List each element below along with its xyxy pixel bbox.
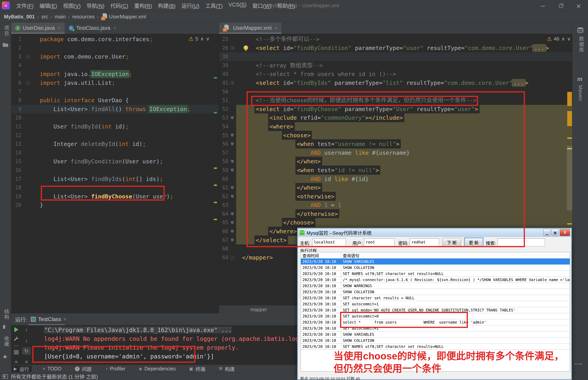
minimize-button[interactable] (539, 3, 547, 9)
tool-window-button-TODO[interactable]: ≡TODO (40, 365, 64, 372)
next-warning-icon[interactable]: ∨ (206, 36, 210, 42)
maximize-button[interactable] (556, 3, 565, 9)
line-number: 56 (219, 140, 228, 149)
right-editor-inspections-widget[interactable]: ⚠ 46 ∧ ∨ (547, 36, 571, 42)
menu-R[interactable]: 重构(R) (131, 0, 155, 11)
breadcrumb-item[interactable]: MyBatis_001 (4, 14, 35, 20)
Profiler-icon: ◔ (105, 366, 108, 371)
menu-N[interactable]: 导航(N) (84, 0, 108, 11)
restore-button[interactable]: ▣ (551, 229, 559, 236)
query-sql-cell: SHOW COLLATION (341, 266, 374, 270)
breadcrumb[interactable]: MyBatis_001›src›main›resources›<>UserMap… (4, 13, 146, 20)
menu-F[interactable]: 文件(F) (13, 0, 37, 11)
fold-plus-icon[interactable]: + (231, 81, 234, 85)
line-number: 40 (219, 70, 228, 78)
down-stack-icon[interactable]: ↓ (25, 337, 28, 343)
scrollbar-thumb[interactable] (567, 146, 572, 210)
query-table-row[interactable]: 2023/9/20 10:10SHOW VARIABLES (301, 331, 570, 338)
gutter (21, 114, 34, 122)
structure-icon (3, 325, 7, 329)
fold-minus-icon[interactable]: − (26, 81, 30, 85)
breadcrumb-file[interactable]: UserMapper.xml (109, 14, 146, 20)
close-button[interactable] (574, 3, 583, 9)
left-editor-inspections-widget[interactable]: ⚠ 5 ∧ ∨ (189, 36, 210, 42)
fold-minus-icon[interactable]: − (26, 55, 30, 58)
prev-warning-icon[interactable]: ∧ (561, 36, 565, 42)
breadcrumb-item[interactable]: src (41, 14, 48, 20)
menu-B[interactable]: 构建(B) (155, 0, 178, 11)
tool-window-button-运行[interactable]: ▶运行 (11, 365, 32, 372)
run-tab-label: TestClass (38, 316, 61, 323)
query-sql-cell: SET sql_mode='NO_AUTO_CREATE_USER,NO_ENG… (341, 308, 515, 312)
run-header: 运行: TestClass × (11, 313, 305, 325)
gutter (21, 201, 34, 209)
intention-bulb-icon[interactable] (244, 45, 248, 50)
menu-U[interactable]: 运行(U) (178, 0, 202, 11)
line-number: 54 (219, 122, 228, 131)
left-editor[interactable]: 1package com.demo.core.interfaces;23−imp… (11, 34, 218, 313)
gutter-pin-icon (231, 142, 234, 146)
gutter (21, 105, 34, 114)
query-table-row[interactable]: 2023/9/20 10:10SHOW COLLATION (301, 265, 570, 271)
minimize-button[interactable]: ▁ (543, 229, 550, 236)
prev-warning-icon[interactable]: ∧ (200, 36, 204, 42)
query-table-row[interactable]: 2023/9/20 10:10SHOW VARIABLES (301, 259, 570, 265)
query-table-row[interactable]: 2023/9/20 10:10SET autocommit=1 (301, 301, 570, 307)
query-table-row[interactable]: 2023/9/20 10:10/* mysql-connector-java-5… (301, 277, 570, 283)
query-table-row[interactable]: 2023/9/20 10:10SHOW COLLATION (301, 338, 570, 343)
up-stack-icon[interactable]: ↑ (25, 327, 28, 333)
tab-usermapper-xml[interactable]: <> UserMapper.xml × (219, 22, 281, 34)
tool-button-maven[interactable]: Maven (578, 85, 583, 101)
breadcrumb-item[interactable]: main (55, 14, 66, 20)
stop-button[interactable] (14, 350, 19, 355)
query-table-row[interactable]: 2023/9/20 10:10SET character_set_results… (301, 295, 570, 301)
query-time-cell: 2023/9/20 10:10 (301, 301, 341, 307)
menu-S[interactable]: VCS(S) (226, 0, 250, 11)
breadcrumb-item[interactable]: resources (72, 14, 95, 20)
menu-V[interactable]: 视图(V) (60, 0, 84, 11)
tab-userdao-java[interactable]: I UserDao.java × (11, 22, 65, 34)
tool-window-button-问题[interactable]: !问题 (73, 365, 94, 372)
tool-window-button-构建[interactable]: ⚒构建 (216, 365, 237, 372)
col-query-time[interactable]: 查询时间 (301, 252, 341, 258)
wrench-icon[interactable] (13, 336, 19, 342)
tab-close-icon[interactable]: × (63, 316, 67, 323)
tab-testclass-java[interactable]: C TestClass.java × (65, 22, 120, 34)
query-table-row[interactable]: 2023/9/20 10:10SET NAMES utf8;SET charac… (301, 271, 570, 277)
close-button[interactable]: X (560, 229, 570, 236)
tab-close-icon[interactable]: × (275, 25, 277, 31)
tab-close-icon[interactable]: × (114, 25, 116, 31)
menu-T[interactable]: 工具(T) (202, 0, 226, 11)
gutter (228, 175, 236, 184)
tool-button-structure[interactable]: 结构 (3, 309, 10, 320)
run-tab-testclass[interactable]: TestClass × (27, 313, 70, 325)
more-chevron-icon[interactable]: » (15, 359, 18, 365)
tool-window-button-Dependencies[interactable]: ◈Dependencies (137, 365, 178, 372)
menu-E[interactable]: 编辑(E) (37, 0, 60, 11)
col-query-sql[interactable]: 查询语句 (341, 252, 359, 258)
tool-button-database[interactable]: 数据库 (578, 36, 585, 53)
restart-icon[interactable]: ↻ (22, 347, 30, 355)
tool-button-favorites[interactable]: 收藏 (3, 336, 10, 347)
tool-window-button-终端[interactable]: ▣终端 (187, 365, 208, 372)
tool-button-project[interactable]: 项目 (3, 25, 10, 36)
menu-C[interactable]: 代码(C) (107, 0, 131, 11)
fold-minus-icon[interactable]: − (231, 256, 234, 260)
warning-mark (567, 137, 572, 139)
line-number: 65 (219, 218, 228, 227)
code-text: User findByCondition(User user); (34, 157, 218, 166)
fold-plus-icon[interactable]: + (231, 46, 234, 50)
more-chevron-icon[interactable]: » (25, 359, 28, 365)
line-number: 26 (219, 44, 228, 53)
tab-close-icon[interactable]: × (58, 25, 61, 31)
breadcrumb-mapper[interactable]: mapper (250, 307, 267, 312)
rerun-button[interactable] (14, 327, 19, 332)
window-layout-icon[interactable] (3, 374, 8, 379)
query-table-row[interactable]: 2023/9/20 10:10SHOW COLLATION (301, 289, 570, 295)
query-table-row[interactable]: 2023/9/20 10:10SET NAMES utf8;SET charac… (301, 343, 570, 350)
tool-window-button-Profiler[interactable]: ◔Profiler (103, 365, 128, 372)
next-warning-icon[interactable]: ∨ (567, 36, 571, 42)
query-table-row[interactable]: 2023/9/20 10:10SHOW WARNINGS (301, 283, 570, 289)
xml-file-icon: <> (223, 25, 229, 32)
line-number: 58 (219, 157, 228, 166)
